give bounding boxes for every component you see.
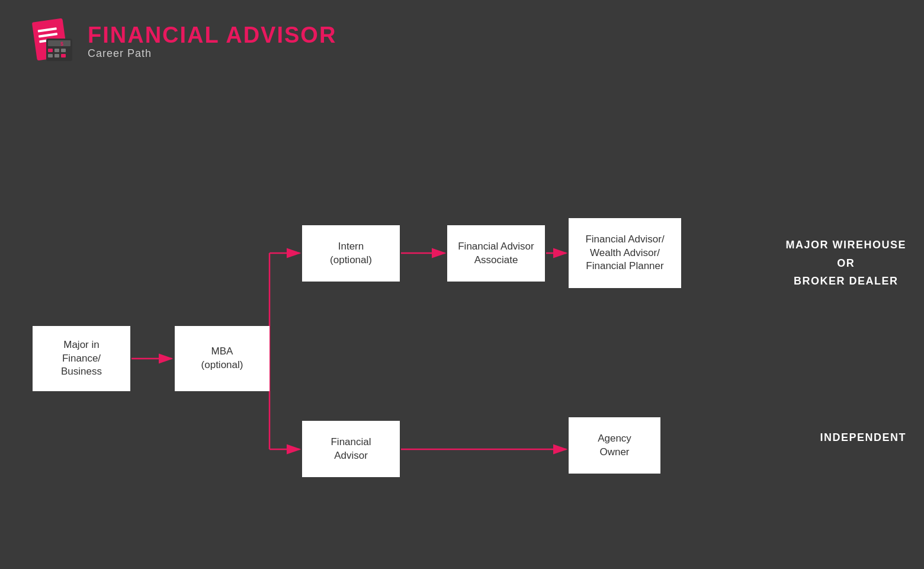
header: $ FINANCIAL ADVISOR Career Path: [30, 18, 336, 65]
box-major-label: Major inFinance/Business: [61, 338, 102, 379]
box-fa-wp-label: Financial Advisor/Wealth Advisor/Financi…: [585, 233, 664, 274]
box-agency: AgencyOwner: [569, 417, 660, 474]
box-faa: Financial AdvisorAssociate: [447, 225, 545, 282]
label-wirehouse-line1: MAJOR WIREHOUSE: [785, 236, 906, 254]
svg-rect-11: [61, 54, 66, 57]
svg-rect-10: [54, 54, 59, 57]
box-fa-label: FinancialAdvisor: [331, 436, 371, 463]
box-faa-label: Financial AdvisorAssociate: [458, 240, 534, 267]
box-intern-label: Intern(optional): [330, 240, 372, 267]
svg-text:$: $: [60, 41, 63, 47]
box-major: Major inFinance/Business: [33, 326, 130, 391]
label-independent-text: INDEPENDENT: [820, 431, 906, 444]
box-intern: Intern(optional): [302, 225, 400, 282]
box-fa-wp: Financial Advisor/Wealth Advisor/Financi…: [569, 218, 681, 288]
header-title: FINANCIAL ADVISOR: [88, 23, 336, 48]
logo-icon: $: [30, 18, 77, 65]
label-wirehouse-line2: OR: [785, 254, 906, 273]
label-wirehouse: MAJOR WIREHOUSE OR BROKER DEALER: [785, 236, 906, 290]
arrows-svg: [0, 107, 924, 522]
header-subtitle: Career Path: [88, 47, 336, 60]
svg-rect-8: [61, 49, 66, 52]
box-agency-label: AgencyOwner: [598, 432, 631, 459]
svg-rect-7: [54, 49, 59, 52]
label-independent: INDEPENDENT: [820, 431, 906, 444]
svg-rect-6: [48, 49, 53, 52]
career-path-diagram: Major inFinance/Business MBA(optional) I…: [0, 107, 924, 522]
box-mba: MBA(optional): [175, 326, 270, 391]
header-text: FINANCIAL ADVISOR Career Path: [88, 23, 336, 60]
svg-rect-5: [48, 40, 70, 46]
label-wirehouse-line3: BROKER DEALER: [785, 272, 906, 290]
box-fa: FinancialAdvisor: [302, 421, 400, 477]
box-mba-label: MBA(optional): [201, 345, 243, 372]
svg-rect-9: [48, 54, 53, 57]
